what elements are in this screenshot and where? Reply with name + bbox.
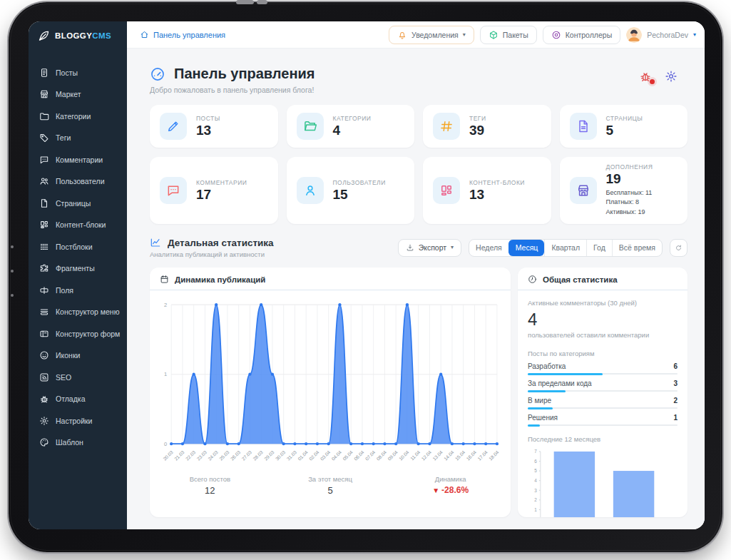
svg-text:29.03: 29.03 — [263, 449, 275, 462]
users-icon — [39, 176, 49, 186]
page-subtitle: Добро пожаловать в панель управления бло… — [150, 86, 315, 94]
stat-card-folder[interactable]: КАТЕГОРИИ 4 — [287, 105, 415, 148]
home-icon — [140, 30, 149, 39]
svg-text:12.04: 12.04 — [420, 449, 432, 462]
topbar-actions: Уведомления ▾ Пакеты Контроллеры Pechora… — [389, 26, 696, 44]
market-icon — [570, 177, 597, 204]
volume-up-button[interactable] — [236, 0, 254, 4]
categories-label: Посты по категориям — [528, 350, 678, 357]
stat-card-detail: Активных: 19 — [606, 208, 653, 218]
clock-icon — [528, 275, 537, 284]
folder-icon — [297, 113, 324, 140]
sidebar-item-categories[interactable]: Категории — [39, 108, 123, 123]
svg-text:16.04: 16.04 — [465, 449, 477, 462]
packages-button[interactable]: Пакеты — [480, 26, 537, 44]
sidebar-item-seo[interactable]: SEO — [39, 370, 123, 385]
notifications-button[interactable]: Уведомления ▾ — [389, 26, 474, 44]
debug-icon-button[interactable] — [639, 70, 652, 83]
calendar-icon — [160, 275, 169, 284]
months-bar-chart-svg: 01234567мартапр. — [528, 446, 678, 517]
stat-card-page-lines[interactable]: СТРАНИЦЫ 5 — [560, 105, 688, 148]
stat-card-content-blocks[interactable]: КОНТЕНТ-БЛОКИ 13 — [423, 157, 551, 224]
sidebar-item-settings[interactable]: Настройки — [39, 413, 123, 428]
publications-chart: 01220.0321.0322.0323.0324.0325.0326.0327… — [150, 290, 511, 474]
line-chart-icon — [150, 237, 161, 248]
sidebar-item-pages[interactable]: Страницы — [39, 195, 123, 210]
controllers-button[interactable]: Контроллеры — [543, 26, 621, 44]
market-icon — [39, 89, 49, 99]
user-name: PechoraDev — [647, 31, 688, 39]
period-tab[interactable]: Год — [586, 240, 612, 256]
svg-text:05.04: 05.04 — [342, 449, 354, 462]
menu-builder-icon — [39, 307, 49, 317]
svg-text:6: 6 — [534, 459, 537, 464]
logo[interactable]: BLOGGYCMS — [29, 21, 127, 50]
months-chart: 01234567мартапр. — [528, 446, 678, 517]
sidebar-item-form-builder[interactable]: Конструктор форм — [39, 326, 123, 341]
sidebar-item-menu-builder[interactable]: Конструктор меню — [39, 305, 123, 320]
categories-icon — [39, 111, 49, 121]
stats-section-header: Детальная статистика Аналитика публикаци… — [150, 237, 687, 258]
svg-text:24.03: 24.03 — [207, 449, 219, 462]
avatar — [626, 27, 642, 43]
sidebar-item-posts[interactable]: Посты — [39, 65, 123, 80]
volume-down-button[interactable] — [257, 0, 267, 4]
refresh-button[interactable] — [670, 239, 687, 257]
sidebar-item-template[interactable]: Шаблон — [39, 435, 123, 450]
svg-text:0: 0 — [534, 516, 537, 517]
sidebar-item-market[interactable]: Маркет — [39, 87, 123, 102]
sidebar-item-icons[interactable]: Иконки — [39, 348, 123, 363]
export-button[interactable]: Экспорт ▾ — [398, 239, 461, 257]
chevron-down-icon: ▾ — [463, 32, 466, 38]
brand-accent: CMS — [92, 31, 111, 40]
content-blocks-icon — [433, 177, 460, 204]
svg-text:11.04: 11.04 — [409, 449, 421, 462]
stat-card-market[interactable]: ДОПОЛНЕНИЯ 19 Бесплатных: 11Платных: 8Ак… — [560, 157, 688, 224]
svg-text:02.04: 02.04 — [308, 449, 320, 462]
svg-text:0: 0 — [164, 441, 167, 447]
seo-icon — [39, 372, 49, 382]
svg-text:25.03: 25.03 — [218, 449, 230, 462]
sidebar-item-tags[interactable]: Теги — [39, 131, 123, 146]
stat-card-pencil[interactable]: ПОСТЫ 13 — [150, 105, 278, 148]
period-tab[interactable]: Месяц — [508, 240, 545, 256]
breadcrumb[interactable]: Панель управления — [140, 30, 225, 39]
sidebar-item-debug[interactable]: Отладка — [39, 392, 123, 407]
svg-text:17.04: 17.04 — [476, 449, 489, 462]
sidebar: BLOGGYCMS Посты Маркет Категории Теги Ко… — [29, 21, 127, 529]
stat-card-comments[interactable]: КОММЕНТАРИИ 17 — [150, 157, 278, 224]
period-tab[interactable]: Неделя — [469, 240, 508, 256]
section-title: Детальная статистика — [168, 238, 274, 248]
svg-text:09.04: 09.04 — [387, 449, 399, 462]
user-icon — [297, 177, 324, 204]
side-mic-dot — [11, 245, 14, 248]
sidebar-item-users[interactable]: Пользователи — [39, 174, 123, 189]
months-label: Последние 12 месяцев — [528, 435, 678, 443]
stat-cards: ПОСТЫ 13 КАТЕГОРИИ 4 ТЕГИ 39 СТРАНИЦЫ 5 … — [150, 105, 687, 224]
debug-icon — [39, 394, 49, 404]
sidebar-item-content-blocks[interactable]: Контент-блоки — [39, 218, 123, 233]
sidebar-item-fields[interactable]: Поля — [39, 282, 123, 297]
pencil-icon — [160, 113, 187, 140]
period-tab[interactable]: Квартал — [544, 240, 586, 256]
chevron-down-icon: ▾ — [693, 32, 696, 38]
svg-text:7: 7 — [534, 449, 537, 454]
category-bar — [528, 390, 566, 392]
sidebar-item-fragments[interactable]: Фрагменты — [39, 261, 123, 276]
settings-icon-button[interactable] — [665, 70, 678, 83]
period-tab[interactable]: Всё время — [612, 240, 662, 256]
settings-icon — [39, 416, 49, 426]
category-row: Решения1 — [528, 414, 678, 426]
fragments-icon — [39, 263, 49, 273]
sidebar-item-comments[interactable]: Комментарии — [39, 152, 123, 167]
page-title: Панель управления — [174, 66, 315, 82]
stat-card-user[interactable]: ПОЛЬЗОВАТЕЛИ 15 — [287, 157, 415, 224]
overall-panel: Общая статистика Активные комментаторы (… — [518, 268, 687, 517]
svg-text:06.04: 06.04 — [353, 449, 365, 462]
svg-text:07.04: 07.04 — [364, 449, 377, 462]
category-row: За пределами кода3 — [528, 380, 678, 392]
stat-card-hash[interactable]: ТЕГИ 39 — [423, 105, 551, 148]
user-menu[interactable]: PechoraDev ▾ — [626, 27, 696, 43]
sidebar-item-postblocks[interactable]: Постблоки — [39, 239, 123, 254]
section-subtitle: Аналитика публикаций и активности — [150, 250, 274, 258]
